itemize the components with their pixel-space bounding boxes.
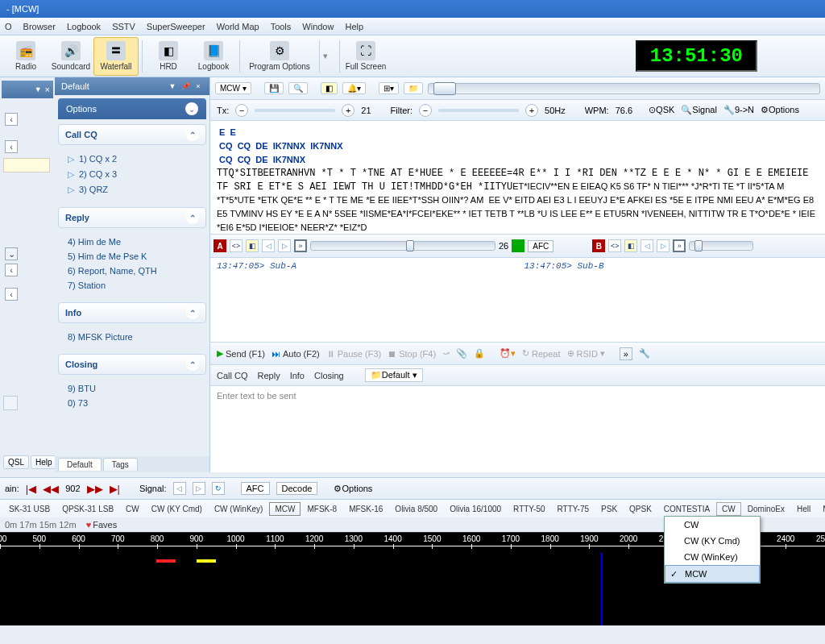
- signal-next[interactable]: ▷: [193, 482, 205, 495]
- close-icon[interactable]: ×: [193, 81, 203, 91]
- value-box[interactable]: [3, 158, 50, 172]
- macro-73[interactable]: 0) 73: [68, 396, 203, 410]
- mode-hell[interactable]: Hell: [791, 502, 816, 516]
- afc-a-button[interactable]: AFC: [528, 240, 553, 252]
- filter-track[interactable]: [438, 109, 519, 112]
- tx-track[interactable]: [255, 109, 335, 112]
- stop-button[interactable]: ⏹Stop (F4): [388, 349, 436, 359]
- qsl-button[interactable]: QSL: [3, 455, 29, 469]
- mode-mfsk[interactable]: MFSK: [817, 502, 825, 516]
- menu-worldmap[interactable]: World Map: [217, 22, 259, 31]
- search-icon[interactable]: 🔍: [288, 82, 308, 94]
- closing-header[interactable]: Closing⌃: [58, 354, 206, 375]
- mode-contestia[interactable]: CONTESTIA: [658, 502, 715, 516]
- macro-qrz[interactable]: ▷3) QRZ: [68, 182, 203, 197]
- macro-btu[interactable]: 9) BTU: [68, 381, 203, 396]
- collapse-icon[interactable]: ⌃: [186, 128, 199, 141]
- mode-cw-group[interactable]: CW: [716, 502, 741, 516]
- macro-cq3[interactable]: ▷2) CQ x 3: [68, 167, 203, 182]
- sub-a-prev[interactable]: ◁: [262, 239, 275, 252]
- tab-default[interactable]: Default: [58, 458, 102, 471]
- nav-left-2[interactable]: ‹: [5, 140, 18, 153]
- sub-b-skip[interactable]: »: [673, 239, 686, 252]
- decode-button[interactable]: Decode: [276, 482, 318, 495]
- gain-prev[interactable]: ◀◀: [43, 483, 59, 495]
- sub-b-next[interactable]: ▷: [657, 239, 670, 252]
- tx-input[interactable]: Enter text to be sent: [210, 385, 825, 406]
- sub-b-badge[interactable]: B: [592, 239, 605, 252]
- freq-slider[interactable]: [428, 83, 820, 94]
- info-header[interactable]: Info⌃: [58, 302, 206, 323]
- gain-next[interactable]: ▶▶: [87, 483, 103, 495]
- mode-rtty50[interactable]: RTTY-50: [508, 502, 550, 516]
- sub-a-slider[interactable]: [310, 241, 495, 251]
- reply-header[interactable]: Reply⌃: [58, 207, 206, 228]
- band-list[interactable]: 0m 17m 15m 12m: [5, 520, 77, 530]
- folder-icon[interactable]: 📁: [404, 82, 423, 94]
- logbook-button[interactable]: 📘Logbook: [191, 37, 236, 76]
- mode-qpsk31lsb[interactable]: QPSK-31 LSB: [56, 502, 119, 516]
- collapse-icon[interactable]: ⌃: [186, 211, 199, 224]
- fullscreen-button[interactable]: ⛶Full Screen: [343, 37, 388, 76]
- collapse-icon[interactable]: ⌃: [186, 358, 199, 371]
- qsk-button[interactable]: ⊙QSK: [649, 105, 674, 115]
- attach-button[interactable]: 📎: [456, 348, 467, 359]
- sub-b-slider[interactable]: [689, 241, 753, 251]
- sub-a-skip[interactable]: »: [294, 239, 307, 252]
- skip-button[interactable]: ⤻: [442, 348, 450, 359]
- macro-default-dropdown[interactable]: 📁Default ▾: [365, 368, 423, 382]
- macro-info[interactable]: Info: [290, 371, 305, 380]
- slider-thumb[interactable]: [433, 82, 456, 95]
- close-icon[interactable]: ×: [45, 85, 50, 94]
- mode-mcw[interactable]: MCW: [269, 502, 301, 516]
- waterfall-button[interactable]: 〓Waterfall: [93, 37, 139, 76]
- slider-thumb[interactable]: [406, 240, 414, 251]
- nav-left-1[interactable]: ‹: [5, 113, 18, 126]
- send-button[interactable]: ▶Send (F1): [217, 348, 265, 359]
- mode-psk[interactable]: PSK: [595, 502, 623, 516]
- program-options-button[interactable]: ⚙Program Options: [243, 37, 316, 76]
- layout-icon[interactable]: ⊞▾: [379, 82, 399, 94]
- filter-minus[interactable]: −: [419, 104, 432, 117]
- mode-qpsk[interactable]: QPSK: [624, 502, 657, 516]
- gain-last[interactable]: ▶|: [110, 483, 120, 495]
- menu-logbook[interactable]: Logbook: [67, 22, 101, 31]
- sub-b-code[interactable]: <>: [608, 239, 621, 252]
- mode-mfsk8[interactable]: MFSK-8: [301, 502, 342, 516]
- afc-button[interactable]: AFC: [241, 482, 270, 495]
- pause-button[interactable]: ⏸Pause (F3): [326, 349, 381, 359]
- save-icon[interactable]: 💾: [264, 82, 284, 94]
- bell-icon[interactable]: 🔔▾: [342, 82, 366, 94]
- nine-to-n-button[interactable]: 🔧9->N: [723, 105, 754, 115]
- tx-plus[interactable]: +: [342, 104, 354, 117]
- macro-closing[interactable]: Closing: [314, 371, 344, 380]
- mode-mfsk16[interactable]: MFSK-16: [343, 502, 388, 516]
- cw-menu-mcw[interactable]: MCW: [665, 565, 760, 583]
- nav-left-3[interactable]: ‹: [5, 264, 18, 276]
- sub-a-code[interactable]: <>: [230, 239, 243, 252]
- cw-menu-winkey[interactable]: CW (WinKey): [665, 549, 760, 565]
- faves-button[interactable]: ♥Faves: [86, 520, 118, 530]
- callcq-header[interactable]: Call CQ⌃: [58, 124, 206, 145]
- menu-tools[interactable]: Tools: [271, 22, 292, 31]
- menu-o[interactable]: O: [5, 22, 12, 31]
- repeat-button[interactable]: ↻Repeat: [522, 348, 560, 359]
- mode-cw[interactable]: CW: [120, 502, 145, 516]
- sub-b-prev[interactable]: ◁: [641, 239, 653, 252]
- macro-cq2[interactable]: ▷1) CQ x 2: [68, 152, 203, 167]
- sub-a-erase[interactable]: ◧: [246, 239, 259, 252]
- filter-plus[interactable]: +: [525, 104, 538, 117]
- menu-sstv[interactable]: SSTV: [112, 22, 135, 31]
- expand-icon[interactable]: ⌄: [185, 102, 198, 115]
- menu-browser[interactable]: Browser: [23, 22, 56, 31]
- help-button[interactable]: Help: [31, 455, 57, 469]
- menu-supersweeper[interactable]: SuperSweeper: [147, 22, 205, 31]
- rsid-button[interactable]: ⊕RSID▾: [567, 348, 605, 359]
- macros-scroll[interactable]: Options⌄ Call CQ⌃ ▷1) CQ x 2 ▷2) CQ x 3 …: [55, 95, 209, 456]
- alarm-button[interactable]: ⏰▾: [500, 348, 516, 359]
- tool-button[interactable]: 🔧: [639, 348, 650, 359]
- cw-menu-kycmd[interactable]: CW (KY Cmd): [665, 533, 760, 549]
- mode-cwwinkey[interactable]: CW (WinKey): [209, 502, 269, 516]
- menu-window[interactable]: Window: [302, 22, 334, 31]
- mode-sk31usb[interactable]: SK-31 USB: [3, 502, 56, 516]
